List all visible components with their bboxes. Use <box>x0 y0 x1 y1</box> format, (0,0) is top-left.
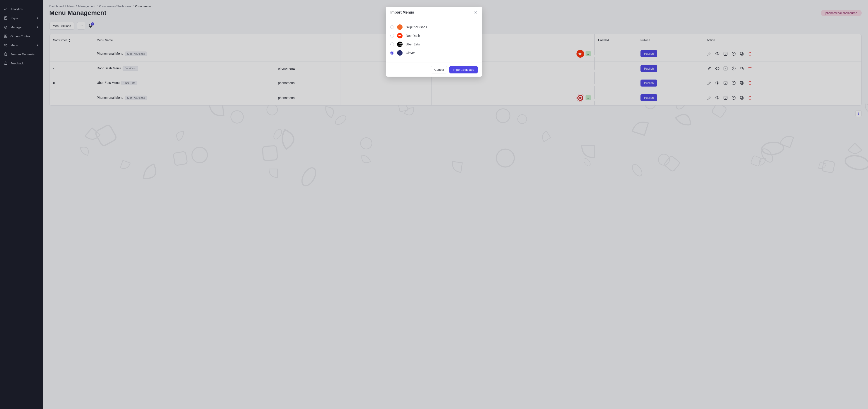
import-selected-button[interactable]: Import Selected <box>450 66 478 73</box>
option-label: SkipTheDishes <box>406 25 427 29</box>
import-option-uber-eats[interactable]: UberEats Uber Eats <box>390 40 478 48</box>
cancel-button[interactable]: Cancel <box>431 66 447 73</box>
radio-button[interactable] <box>390 34 394 37</box>
skip-icon <box>397 24 403 30</box>
import-option-skipthedishes[interactable]: SkipTheDishes <box>390 23 478 31</box>
import-option-doordash[interactable]: DoorDash <box>390 31 478 40</box>
radio-button[interactable] <box>390 51 394 55</box>
option-label: DoorDash <box>406 34 420 37</box>
import-option-clover[interactable]: Clover <box>390 48 478 57</box>
radio-button[interactable] <box>390 42 394 46</box>
radio-button[interactable] <box>390 25 394 29</box>
uber-icon: UberEats <box>397 42 403 47</box>
close-icon[interactable] <box>473 10 478 14</box>
dd-icon <box>397 33 403 38</box>
clover-icon <box>397 50 403 56</box>
import-menus-modal: Import Menus SkipTheDishes DoorDash Uber… <box>386 7 482 77</box>
option-label: Uber Eats <box>406 42 420 46</box>
modal-title: Import Menus <box>390 10 414 14</box>
option-label: Clover <box>406 51 415 55</box>
